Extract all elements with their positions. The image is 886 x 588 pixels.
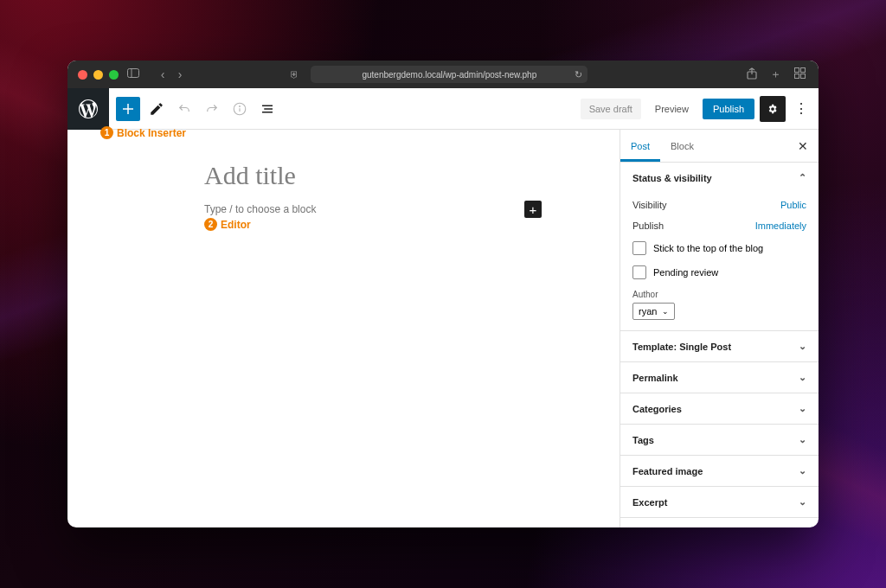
post-title-input[interactable]: Add title xyxy=(204,161,296,190)
panel-header-status[interactable]: Status & visibility ⌃ xyxy=(620,163,819,193)
redo-icon[interactable] xyxy=(201,98,223,120)
panel-featured-image[interactable]: Featured image⌄ xyxy=(620,456,819,486)
svg-rect-3 xyxy=(795,68,799,73)
sidebar-toggle-icon[interactable] xyxy=(125,68,141,80)
nav-forward-icon[interactable]: › xyxy=(172,67,188,81)
sidebar-close-icon[interactable]: ✕ xyxy=(787,130,819,162)
stick-label: Stick to the top of the blog xyxy=(653,243,763,253)
block-prompt[interactable]: Type / to choose a block + xyxy=(204,201,542,218)
window-minimize-icon[interactable] xyxy=(93,70,103,80)
save-draft-button[interactable]: Save draft xyxy=(581,99,641,119)
publish-label: Publish xyxy=(632,220,664,231)
editor-top-toolbar: Save draft Preview Publish ⋮ xyxy=(67,88,819,130)
chevron-down-icon: ⌄ xyxy=(799,341,806,352)
pending-label: Pending review xyxy=(653,267,718,278)
stick-to-top-checkbox[interactable] xyxy=(632,241,646,255)
pending-review-checkbox[interactable] xyxy=(632,265,646,279)
window-close-icon[interactable] xyxy=(78,70,87,80)
panel-permalink[interactable]: Permalink⌄ xyxy=(620,362,819,393)
svg-rect-5 xyxy=(795,74,799,79)
url-bar[interactable]: ⛨ gutenbergdemo.local/wp-admin/post-new.… xyxy=(311,66,587,83)
outline-list-icon[interactable] xyxy=(256,98,279,120)
nav-back-icon[interactable]: ‹ xyxy=(155,67,170,81)
block-inserter-button[interactable] xyxy=(116,97,140,121)
url-text: gutenbergdemo.local/wp-admin/post-new.ph… xyxy=(362,70,536,80)
author-select[interactable]: ryan ⌄ xyxy=(632,303,675,320)
more-options-icon[interactable]: ⋮ xyxy=(791,96,812,122)
panel-template[interactable]: Template: Single Post⌄ xyxy=(620,331,819,361)
browser-chrome: ‹ › ⛨ gutenbergdemo.local/wp-admin/post-… xyxy=(67,61,819,88)
svg-rect-6 xyxy=(801,74,806,79)
publish-value[interactable]: Immediately xyxy=(755,220,806,231)
undo-icon[interactable] xyxy=(173,98,196,120)
settings-sidebar: Post Block ✕ Status & visibility ⌃ Visib… xyxy=(620,130,819,527)
chevron-down-icon: ⌄ xyxy=(662,307,669,316)
visibility-label: Visibility xyxy=(632,200,667,210)
window-zoom-icon[interactable] xyxy=(109,70,119,80)
svg-rect-4 xyxy=(801,68,806,73)
preview-button[interactable]: Preview xyxy=(646,99,697,119)
window-controls xyxy=(78,70,119,80)
wordpress-editor: Save draft Preview Publish ⋮ 1 Block Ins… xyxy=(67,88,819,527)
settings-gear-icon[interactable] xyxy=(760,96,786,122)
reload-icon[interactable]: ↻ xyxy=(575,69,582,80)
annotation-badge-2: 2 xyxy=(204,218,217,231)
editor-canvas[interactable]: 1 Block Inserter Add title Type / to cho… xyxy=(67,130,620,527)
details-info-icon[interactable] xyxy=(228,98,251,120)
new-tab-icon[interactable]: ＋ xyxy=(768,67,784,82)
panel-categories[interactable]: Categories⌄ xyxy=(620,393,819,424)
inline-block-add-icon[interactable]: + xyxy=(524,201,542,218)
privacy-shield-icon[interactable]: ⛨ xyxy=(290,69,299,80)
panel-status-visibility: Status & visibility ⌃ Visibility Public … xyxy=(620,163,819,331)
publish-button[interactable]: Publish xyxy=(703,99,754,119)
chevron-down-icon: ⌄ xyxy=(799,465,806,476)
svg-point-9 xyxy=(240,105,241,106)
tab-post[interactable]: Post xyxy=(620,130,660,162)
annotation-2: 2 Editor xyxy=(204,218,251,231)
share-icon[interactable] xyxy=(744,67,760,82)
chevron-down-icon: ⌄ xyxy=(799,496,806,508)
browser-window: ‹ › ⛨ gutenbergdemo.local/wp-admin/post-… xyxy=(67,61,819,527)
wordpress-logo-icon[interactable] xyxy=(67,88,109,130)
chevron-down-icon: ⌄ xyxy=(799,434,806,445)
tabs-overview-icon[interactable] xyxy=(793,67,808,81)
panel-excerpt[interactable]: Excerpt⌄ xyxy=(620,487,819,517)
chevron-down-icon: ⌄ xyxy=(799,372,806,383)
edit-tool-icon[interactable] xyxy=(145,98,168,120)
annotation-badge-1: 1 xyxy=(100,126,113,139)
chevron-down-icon: ⌄ xyxy=(799,403,806,414)
svg-rect-0 xyxy=(128,69,139,78)
visibility-value[interactable]: Public xyxy=(780,200,806,210)
panel-discussion[interactable]: Discussion⌄ xyxy=(620,518,819,527)
author-label: Author xyxy=(632,290,806,299)
tab-block[interactable]: Block xyxy=(660,130,704,162)
annotation-1: 1 Block Inserter xyxy=(100,126,186,139)
chevron-up-icon: ⌃ xyxy=(799,172,806,183)
panel-tags[interactable]: Tags⌄ xyxy=(620,425,819,455)
